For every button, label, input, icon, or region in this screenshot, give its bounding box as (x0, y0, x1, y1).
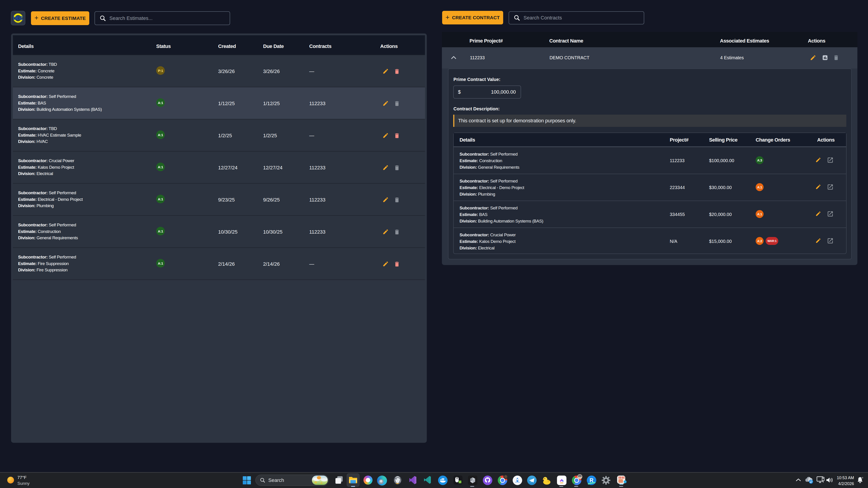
svg-text:z: z (862, 477, 863, 479)
svg-text:UBE: UBE (13, 15, 24, 21)
